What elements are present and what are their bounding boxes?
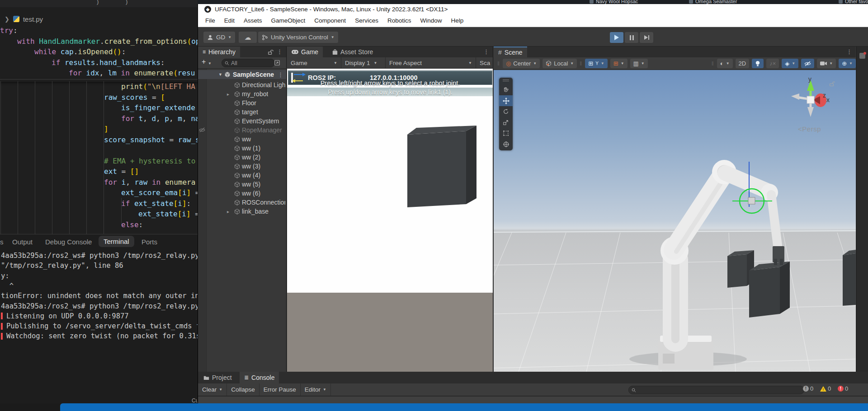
code-line[interactable]: score_snapshot = raw_s bbox=[104, 135, 198, 145]
display-target-dropdown[interactable]: Display 1 ▼ bbox=[341, 57, 386, 69]
chevron-down-icon[interactable]: ▼ bbox=[641, 61, 645, 65]
code-line[interactable]: # EMA + hysteresis to bbox=[104, 156, 195, 167]
scene-name[interactable]: SampleScene bbox=[233, 71, 274, 78]
code-line[interactable]: for t, d, p, m, na bbox=[121, 113, 198, 124]
cloud-button[interactable]: ☁ bbox=[239, 32, 257, 43]
create-dropdown-icon[interactable]: ▼ bbox=[208, 61, 212, 65]
info-count-badge[interactable]: ! 0 bbox=[803, 385, 813, 392]
code-line[interactable]: print("\n[LEFT HA bbox=[121, 81, 195, 92]
2d-toggle[interactable]: 2D bbox=[736, 59, 750, 68]
code-line[interactable]: ext = [] bbox=[104, 166, 139, 177]
hierarchy-item[interactable]: ww (4) bbox=[198, 171, 286, 180]
lock-open-icon[interactable] bbox=[829, 81, 835, 87]
tab-hierarchy[interactable]: ≡ Hierarchy bbox=[198, 47, 240, 57]
hierarchy-item[interactable]: ww (2) bbox=[198, 153, 286, 162]
overlay-drag-handle[interactable] bbox=[499, 79, 513, 83]
menu-services[interactable]: Services bbox=[351, 16, 382, 25]
unity-menu-bar[interactable]: FileEditAssetsGameObjectComponentService… bbox=[198, 14, 868, 27]
menu-window[interactable]: Window bbox=[416, 16, 445, 25]
view-hand-tool[interactable] bbox=[499, 84, 513, 95]
code-line[interactable]: ] bbox=[104, 124, 108, 135]
grid-visibility-dropdown[interactable]: ⊞ ▼ bbox=[610, 59, 627, 68]
camera-settings-dropdown[interactable]: ▼ bbox=[817, 59, 836, 68]
code-line[interactable]: if ext_state[i]: bbox=[121, 198, 191, 209]
hierarchy-item[interactable]: ww bbox=[198, 135, 286, 144]
pause-button[interactable] bbox=[625, 32, 638, 43]
chevron-down-icon[interactable]: ▼ bbox=[601, 61, 604, 65]
aspect-ratio-dropdown[interactable]: Free Aspect ▼ bbox=[386, 57, 476, 69]
hierarchy-item[interactable]: ww (1) bbox=[198, 144, 286, 153]
axis-x-label[interactable]: x bbox=[826, 96, 830, 103]
code-line[interactable]: with HandLandmarker.create_from_options(… bbox=[17, 36, 198, 47]
menu-help[interactable]: Help bbox=[447, 16, 467, 25]
code-line[interactable]: try: bbox=[0, 25, 18, 36]
code-line[interactable]: for i, raw in enumera bbox=[104, 177, 195, 188]
search-window-icon[interactable] bbox=[274, 60, 280, 66]
error-pause-button[interactable]: Error Pause bbox=[259, 383, 301, 396]
menu-robotics[interactable]: Robotics bbox=[384, 16, 415, 25]
create-button[interactable]: + bbox=[202, 58, 206, 66]
rect-tool[interactable] bbox=[499, 128, 513, 139]
collapsed-panel-strip[interactable] bbox=[856, 47, 868, 372]
eye-hidden-icon[interactable] bbox=[199, 127, 205, 133]
game-viewport[interactable]: ROS2 IP: 127.0.0.1:10000 Press left/righ… bbox=[287, 69, 493, 372]
hierarchy-search-input[interactable]: All bbox=[222, 59, 275, 67]
transform-tool[interactable] bbox=[499, 139, 513, 149]
code-line[interactable]: if results.hand_landmarks: bbox=[52, 57, 165, 68]
menu-assets[interactable]: Assets bbox=[240, 16, 266, 25]
axis-z-label[interactable]: z bbox=[823, 92, 826, 99]
panel-tab-ports[interactable]: Ports bbox=[142, 238, 157, 246]
breadcrumb[interactable]: ❯ test.py bbox=[0, 14, 198, 24]
rotate-tool[interactable] bbox=[499, 106, 513, 117]
collapsed-panel-icon[interactable] bbox=[859, 53, 865, 59]
terminal-output[interactable]: 4aa53b295a:/ros2_ws# python3 /tmp/ros2_r… bbox=[0, 251, 198, 355]
toolbar-handle[interactable]: ‖ bbox=[580, 61, 582, 67]
bookmark-item[interactable]: Other favorite bbox=[839, 0, 868, 4]
effects-toggle[interactable]: ◈ ▼ bbox=[782, 59, 798, 68]
error-count-badge[interactable]: ! 0 bbox=[838, 385, 848, 392]
panel-tab-terminal[interactable]: Terminal bbox=[99, 236, 134, 247]
chevron-down-icon[interactable]: ▼ bbox=[829, 61, 833, 65]
hierarchy-menu-icon[interactable]: ⋮ bbox=[277, 48, 283, 55]
editor-dropdown[interactable]: Editor ▼ bbox=[301, 383, 331, 396]
bookmark-item[interactable]: Navy Wool Hopsac bbox=[590, 0, 638, 4]
perspective-label[interactable]: <Persp bbox=[798, 125, 821, 133]
vscode-status-bar[interactable] bbox=[60, 403, 868, 411]
toolbar-handle[interactable]: ‖ bbox=[497, 61, 500, 67]
axis-y-label[interactable]: y bbox=[808, 75, 811, 83]
gizmos-toggle[interactable]: ⊕ ▼ bbox=[839, 59, 856, 68]
hierarchy-item[interactable]: ▸link_base bbox=[198, 207, 286, 216]
code-line[interactable]: while cap.isOpened(): bbox=[34, 47, 126, 57]
panel-tab-s[interactable]: s bbox=[0, 238, 4, 246]
pivot-mode-dropdown[interactable]: ◎ Center ▼ bbox=[503, 59, 540, 68]
collapse-button[interactable]: Collapse bbox=[227, 383, 259, 396]
foldout-arrow-icon[interactable]: ▼ bbox=[218, 72, 222, 77]
lock-open-icon[interactable] bbox=[267, 49, 274, 56]
play-button[interactable] bbox=[610, 32, 623, 43]
code-line[interactable]: is_finger_extende bbox=[121, 103, 195, 113]
hierarchy-item[interactable]: ww (3) bbox=[198, 162, 286, 171]
game-display-mode-dropdown[interactable]: Game ▼ bbox=[287, 57, 341, 69]
scene-menu-icon[interactable]: ⋮ bbox=[846, 48, 852, 55]
audio-mute-toggle[interactable]: ♪× bbox=[766, 59, 779, 68]
foldout-arrow-icon[interactable]: ▸ bbox=[227, 92, 229, 97]
hierarchy-item[interactable]: ▸my_robot bbox=[198, 89, 286, 98]
hierarchy-scene-row[interactable]: ▼ SampleScene ⋮ bbox=[198, 70, 286, 79]
hierarchy-item[interactable]: EventSystem bbox=[198, 117, 286, 126]
toolbar-handle[interactable]: ‖ bbox=[712, 61, 714, 67]
code-line[interactable]: ext_score_ema[i] = bbox=[121, 187, 198, 198]
hierarchy-item[interactable]: ROSConnection bbox=[198, 198, 286, 207]
move-tool[interactable] bbox=[499, 95, 513, 106]
scale-slider-label[interactable]: Sca bbox=[476, 57, 493, 69]
tab-game[interactable]: Game bbox=[287, 47, 323, 57]
hidden-objects-toggle[interactable] bbox=[801, 59, 814, 68]
hierarchy-item[interactable]: Directional Light bbox=[198, 80, 286, 89]
version-control-dropdown[interactable]: Unity Version Control ▼ bbox=[258, 32, 338, 43]
scene-menu-icon[interactable]: ⋮ bbox=[278, 71, 283, 78]
code-line[interactable]: else: bbox=[121, 220, 143, 230]
console-search-input[interactable] bbox=[628, 386, 804, 394]
editor-tab-fragment[interactable]: ) bbox=[97, 0, 99, 5]
code-lines[interactable]: print("\n[LEFT HAraw_scores = [is_finger… bbox=[0, 81, 198, 234]
hierarchy-item[interactable]: target bbox=[198, 107, 286, 117]
code-line[interactable]: ext_state[i] = bbox=[138, 209, 198, 220]
